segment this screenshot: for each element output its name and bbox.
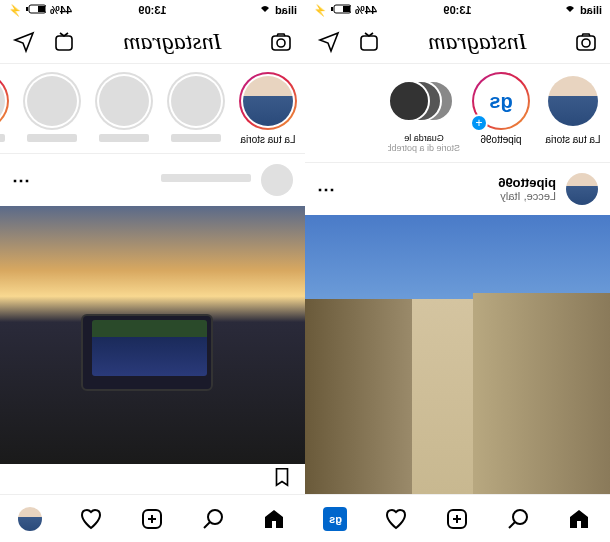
- battery-pct: 44%: [50, 4, 72, 16]
- svg-rect-11: [577, 36, 595, 50]
- post-actions: [0, 464, 305, 494]
- svg-point-12: [582, 39, 590, 47]
- post-location[interactable]: Lecce, Italy: [345, 190, 556, 202]
- dm-icon[interactable]: [12, 30, 36, 54]
- story-label: [171, 134, 221, 142]
- wifi-icon: [259, 4, 271, 16]
- svg-rect-2: [26, 7, 28, 11]
- stories-tray[interactable]: La tua storia gs + pipetto96 Guarda le S…: [305, 64, 610, 163]
- tab-search[interactable]: [506, 506, 532, 532]
- story-user[interactable]: gs + pipetto96: [470, 72, 532, 154]
- add-badge-icon: +: [470, 114, 488, 132]
- igtv-icon[interactable]: [52, 30, 76, 54]
- tab-bar: gs: [305, 494, 610, 542]
- svg-rect-9: [343, 6, 350, 12]
- story-placeholder[interactable]: [0, 72, 11, 145]
- post-more-icon[interactable]: ⋯: [317, 178, 335, 200]
- tab-home[interactable]: [567, 506, 593, 532]
- story-label: [0, 134, 5, 142]
- app-header: Instagram: [0, 20, 305, 64]
- svg-rect-3: [272, 36, 290, 50]
- post-image[interactable]: [305, 215, 610, 494]
- instagram-logo: Instagram: [123, 28, 222, 55]
- tab-add[interactable]: [140, 506, 166, 532]
- status-bar: iliad 13:09 44% ⚡: [305, 0, 610, 20]
- tab-activity[interactable]: [384, 506, 410, 532]
- story-label: La tua storia: [542, 134, 604, 145]
- carrier-label: iliad: [275, 4, 297, 16]
- clock: 13:09: [138, 4, 166, 16]
- igtv-icon[interactable]: [357, 30, 381, 54]
- camera-icon[interactable]: [574, 30, 598, 54]
- phone-screen-left: iliad 13:09 44% ⚡ Instagram: [0, 0, 305, 542]
- story-label: La tua storia: [237, 134, 299, 145]
- camera-icon[interactable]: [269, 30, 293, 54]
- story-placeholder[interactable]: [21, 72, 83, 145]
- tab-profile[interactable]: [18, 506, 44, 532]
- story-your-story[interactable]: La tua storia: [237, 72, 299, 145]
- story-your-story[interactable]: La tua storia: [542, 72, 604, 154]
- story-placeholder[interactable]: [93, 72, 155, 145]
- stories-tray[interactable]: La tua storia: [0, 64, 305, 154]
- story-label: pipetto96: [470, 134, 532, 145]
- clock: 13:09: [443, 4, 471, 16]
- story-label: [27, 134, 77, 142]
- post-avatar[interactable]: [566, 173, 598, 205]
- tab-search[interactable]: [201, 506, 227, 532]
- wifi-icon: [564, 4, 576, 16]
- story-suggestions[interactable]: Guarda le Storie di a potrebbero: [388, 72, 460, 154]
- post-more-icon[interactable]: ⋯: [12, 169, 30, 191]
- tab-bar: [0, 494, 305, 542]
- tab-gs[interactable]: gs: [323, 506, 349, 532]
- carrier-label: iliad: [580, 4, 602, 16]
- instagram-logo: Instagram: [428, 28, 527, 55]
- post-avatar[interactable]: [261, 164, 293, 196]
- bookmark-icon[interactable]: [271, 466, 293, 492]
- charging-icon: ⚡: [313, 4, 327, 17]
- username-placeholder: [161, 174, 251, 182]
- post-username[interactable]: pipetto96: [345, 175, 556, 190]
- svg-point-4: [277, 39, 285, 47]
- app-header: Instagram: [305, 20, 610, 64]
- battery-icon: [26, 4, 46, 16]
- post-image[interactable]: [0, 206, 305, 464]
- svg-point-14: [514, 510, 528, 524]
- svg-rect-13: [361, 36, 377, 50]
- tab-activity[interactable]: [79, 506, 105, 532]
- svg-point-6: [209, 510, 223, 524]
- battery-pct: 44%: [355, 4, 377, 16]
- tab-home[interactable]: [262, 506, 288, 532]
- battery-icon: [331, 4, 351, 16]
- story-label: [99, 134, 149, 142]
- svg-rect-5: [56, 36, 72, 50]
- phone-screen-right: iliad 13:09 44% ⚡ Instagram: [305, 0, 610, 542]
- story-label: Guarda le Storie di a potrebbero: [388, 134, 460, 154]
- svg-rect-1: [38, 6, 45, 12]
- charging-icon: ⚡: [8, 4, 22, 17]
- post-header[interactable]: ⋯: [0, 154, 305, 206]
- status-bar: iliad 13:09 44% ⚡: [0, 0, 305, 20]
- dm-icon[interactable]: [317, 30, 341, 54]
- story-placeholder[interactable]: [165, 72, 227, 145]
- svg-rect-10: [331, 7, 333, 11]
- post-header[interactable]: pipetto96 Lecce, Italy ⋯: [305, 163, 610, 215]
- tab-add[interactable]: [445, 506, 471, 532]
